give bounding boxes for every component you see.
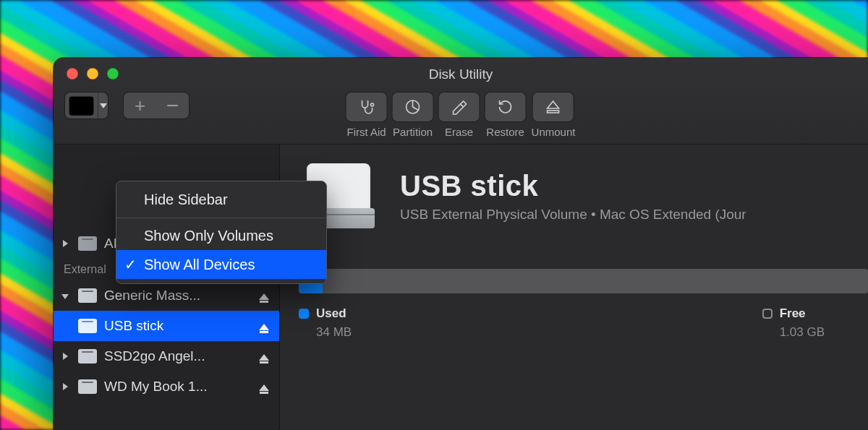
used-swatch-icon: [299, 309, 309, 319]
add-remove-volume: + −: [124, 93, 189, 119]
first-aid-button[interactable]: First Aid: [346, 93, 387, 138]
disclosure-triangle-icon[interactable]: [59, 291, 71, 301]
used-value: 34 MB: [316, 325, 352, 340]
volume-subtitle: USB External Physical Volume • Mac OS Ex…: [400, 207, 746, 223]
disclosure-triangle-icon[interactable]: [59, 351, 71, 362]
sidebar-item-label: USB stick: [104, 318, 252, 334]
sidebar-item-usb-stick[interactable]: USB stick: [54, 311, 279, 341]
restore-label: Restore: [486, 126, 524, 138]
svg-rect-4: [548, 111, 559, 113]
external-disk-icon: [78, 319, 97, 333]
view-menu: Hide Sidebar Show Only Volumes ✓ Show Al…: [116, 181, 327, 284]
checkmark-icon: ✓: [124, 256, 137, 273]
svg-rect-0: [69, 96, 94, 115]
unmount-button[interactable]: Unmount: [532, 93, 576, 138]
toolbar-left: + −: [65, 93, 189, 119]
legend-used: Used 34 MB: [299, 306, 352, 340]
partition-icon: [393, 93, 433, 121]
menu-hide-sidebar[interactable]: Hide Sidebar: [116, 186, 326, 214]
free-swatch-icon: [762, 309, 773, 319]
sidebar-item-label: Generic Mass...: [104, 288, 252, 304]
stethoscope-icon: [346, 93, 387, 121]
add-volume-button[interactable]: +: [124, 93, 156, 119]
disclosure-triangle-icon[interactable]: [59, 238, 71, 249]
window-title: Disk Utility: [54, 66, 868, 82]
toolbar-actions: First Aid Partition Erase Restore: [346, 93, 576, 138]
eject-icon[interactable]: [259, 318, 272, 334]
view-dropdown-button[interactable]: [65, 93, 108, 119]
menu-item-label: Show All Devices: [144, 257, 255, 273]
erase-button[interactable]: Erase: [439, 93, 480, 138]
partition-label: Partition: [393, 126, 433, 138]
minimize-window-button[interactable]: [87, 68, 98, 79]
menu-show-all-devices[interactable]: ✓ Show All Devices: [116, 250, 326, 279]
svg-point-2: [371, 103, 374, 106]
menu-item-label: Hide Sidebar: [144, 192, 228, 208]
close-window-button[interactable]: [67, 68, 78, 79]
external-disk-icon: [78, 349, 97, 364]
internal-disk-icon: [78, 236, 97, 251]
sidebar-toggle-icon: [65, 93, 98, 119]
sidebar-item-label: WD My Book 1...: [104, 379, 252, 395]
chevron-down-icon: [98, 93, 108, 119]
menu-show-only-volumes[interactable]: Show Only Volumes: [116, 222, 326, 250]
erase-label: Erase: [445, 126, 473, 138]
erase-icon: [439, 93, 480, 121]
sidebar-item-wd-mybook[interactable]: WD My Book 1...: [54, 371, 279, 402]
usage-bar: [299, 269, 868, 293]
sidebar-item-ssd2go[interactable]: SSD2go Angel...: [54, 341, 279, 371]
menu-separator: [116, 218, 326, 218]
external-disk-icon: [78, 379, 97, 394]
disclosure-triangle-icon[interactable]: [59, 382, 71, 392]
remove-volume-button[interactable]: −: [156, 93, 189, 119]
window-controls: [67, 68, 119, 79]
free-value: 1.03 GB: [780, 325, 825, 340]
first-aid-label: First Aid: [346, 126, 386, 138]
free-label: Free: [780, 306, 806, 321]
sidebar-item-generic-mass[interactable]: Generic Mass...: [54, 280, 279, 311]
titlebar: Disk Utility + − First Aid: [54, 58, 868, 145]
eject-icon: [533, 93, 574, 121]
partition-button[interactable]: Partition: [393, 93, 433, 138]
disk-utility-window: Disk Utility + − First Aid: [54, 58, 868, 430]
content-pane: USB stick USB External Physical Volume •…: [280, 145, 868, 430]
eject-icon[interactable]: [259, 348, 272, 364]
eject-icon[interactable]: [259, 379, 272, 395]
zoom-window-button[interactable]: [107, 68, 119, 79]
external-disk-icon: [78, 288, 97, 303]
legend-free: Free 1.03 GB: [762, 306, 825, 340]
usage-section: Used 34 MB Free 1.03 GB: [299, 269, 868, 340]
menu-item-label: Show Only Volumes: [144, 228, 273, 244]
volume-name: USB stick: [400, 170, 746, 202]
used-label: Used: [316, 306, 346, 321]
restore-button[interactable]: Restore: [485, 93, 526, 138]
eject-icon[interactable]: [259, 288, 272, 304]
unmount-label: Unmount: [532, 126, 576, 138]
restore-icon: [485, 93, 526, 121]
volume-header: USB stick USB External Physical Volume •…: [299, 160, 868, 231]
sidebar-item-label: SSD2go Angel...: [104, 348, 252, 364]
